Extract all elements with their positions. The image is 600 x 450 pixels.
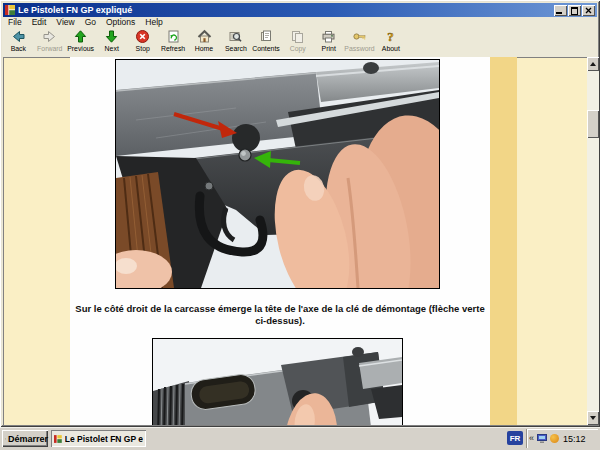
stop-button[interactable]: Stop bbox=[127, 28, 158, 56]
copy-button: Copy bbox=[282, 28, 313, 56]
start-button-label: Démarrer bbox=[8, 434, 48, 444]
down-arrow-icon bbox=[104, 29, 119, 44]
up-triangle-icon bbox=[590, 62, 596, 66]
home-button[interactable]: Home bbox=[189, 28, 220, 56]
menu-view[interactable]: View bbox=[51, 17, 79, 28]
task-button-label: Le Pistolet FN GP expli... bbox=[65, 434, 143, 444]
previous-button[interactable]: Previous bbox=[65, 28, 96, 56]
display-tray-icon[interactable] bbox=[537, 434, 547, 444]
svg-text:?: ? bbox=[387, 29, 394, 44]
next-button[interactable]: Next bbox=[96, 28, 127, 56]
print-button[interactable]: Print bbox=[313, 28, 344, 56]
windows-flag-icon bbox=[5, 434, 6, 444]
language-indicator[interactable]: FR bbox=[507, 431, 523, 445]
restore-button[interactable] bbox=[568, 5, 581, 16]
about-question-icon: ? bbox=[383, 29, 398, 44]
contents-button[interactable]: Contents bbox=[251, 28, 282, 56]
password-key-icon bbox=[352, 29, 367, 44]
photo-caption: Sur le côté droit de la carcasse émerge … bbox=[70, 303, 490, 327]
about-button[interactable]: ? About bbox=[375, 28, 406, 56]
desktop-screen: Le Pistolet FN GP expliqué File Edit Vie… bbox=[0, 0, 600, 450]
menu-go[interactable]: Go bbox=[80, 17, 101, 28]
scroll-down-button[interactable] bbox=[587, 411, 599, 425]
password-button: Password bbox=[344, 28, 375, 56]
close-icon bbox=[584, 6, 593, 15]
menu-edit[interactable]: Edit bbox=[27, 17, 52, 28]
hide-icons-chevron[interactable]: « bbox=[529, 429, 534, 448]
search-icon bbox=[228, 29, 243, 44]
system-tray: « 15:12 bbox=[526, 429, 598, 448]
start-button[interactable]: Démarrer bbox=[2, 430, 48, 447]
vertical-scrollbar[interactable] bbox=[587, 57, 599, 425]
decorative-gold-stripe bbox=[490, 57, 517, 425]
round-orange-tray-icon[interactable] bbox=[550, 434, 559, 443]
close-button[interactable] bbox=[582, 5, 595, 16]
help-content-pane: Sur le côté droit de la carcasse émerge … bbox=[3, 57, 587, 425]
scrollbar-thumb[interactable] bbox=[587, 110, 599, 138]
down-triangle-icon bbox=[590, 416, 596, 420]
taskbar: Démarrer Le Pistolet FN GP expli... FR «… bbox=[0, 427, 600, 450]
scroll-up-button[interactable] bbox=[587, 57, 599, 71]
contents-icon bbox=[259, 29, 274, 44]
menu-options[interactable]: Options bbox=[101, 17, 140, 28]
task-app-icon bbox=[54, 434, 62, 444]
help-viewer-window: Le Pistolet FN GP expliqué File Edit Vie… bbox=[0, 0, 600, 427]
back-button[interactable]: Back bbox=[3, 28, 34, 56]
forward-button: Forward bbox=[34, 28, 65, 56]
refresh-icon bbox=[166, 29, 181, 44]
search-button[interactable]: Search bbox=[220, 28, 251, 56]
taskbar-task-button[interactable]: Le Pistolet FN GP expli... bbox=[51, 430, 146, 447]
restore-icon bbox=[571, 7, 578, 15]
copy-icon bbox=[290, 29, 305, 44]
forward-arrow-icon bbox=[42, 29, 57, 44]
up-arrow-icon bbox=[73, 29, 88, 44]
taskbar-clock[interactable]: 15:12 bbox=[563, 434, 586, 444]
minimize-button[interactable] bbox=[554, 5, 567, 16]
toolbar: Back Forward Previous Next bbox=[3, 28, 597, 58]
back-arrow-icon bbox=[11, 29, 26, 44]
app-icon bbox=[5, 5, 15, 15]
pistol-slide-ejection-port-photo bbox=[152, 338, 403, 425]
refresh-button[interactable]: Refresh bbox=[158, 28, 189, 56]
print-icon bbox=[321, 29, 336, 44]
pistol-right-side-takedown-photo bbox=[115, 59, 440, 289]
menu-help[interactable]: Help bbox=[140, 17, 167, 28]
minimize-icon bbox=[556, 12, 562, 14]
menu-file[interactable]: File bbox=[3, 17, 27, 28]
title-bar[interactable]: Le Pistolet FN GP expliqué bbox=[3, 3, 597, 17]
stop-icon bbox=[135, 29, 150, 44]
menu-bar: File Edit View Go Options Help bbox=[3, 17, 597, 28]
window-title: Le Pistolet FN GP expliqué bbox=[18, 5, 553, 15]
home-icon bbox=[197, 29, 212, 44]
